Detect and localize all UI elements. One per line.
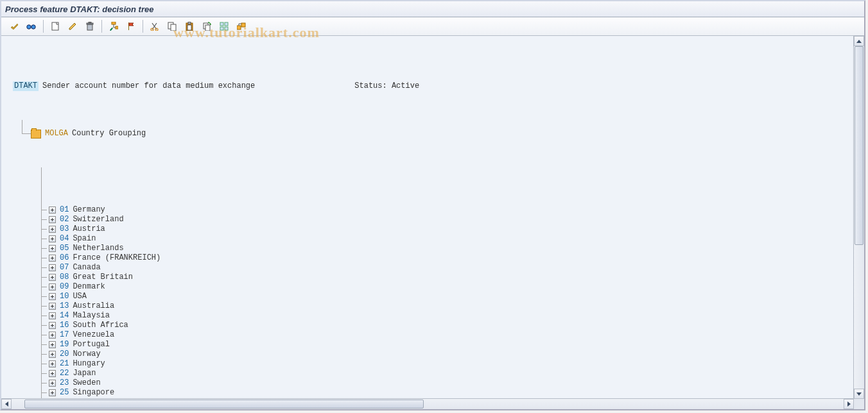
- country-row[interactable]: 07Canada: [49, 263, 853, 273]
- molga-row[interactable]: MOLGA Country Grouping: [31, 129, 853, 139]
- expand-icon[interactable]: [49, 206, 56, 214]
- expand-icon[interactable]: [49, 226, 56, 233]
- help-icon[interactable]: [234, 19, 249, 34]
- country-code: 17: [60, 330, 69, 340]
- check-icon[interactable]: [6, 19, 22, 34]
- scroll-track-vertical[interactable]: [854, 46, 864, 389]
- country-label: Sweden: [73, 378, 100, 388]
- expand-icon[interactable]: [49, 351, 56, 358]
- country-row[interactable]: 01Germany: [49, 205, 853, 215]
- country-row[interactable]: 20Norway: [49, 350, 853, 359]
- scrollbar-corner: [853, 398, 864, 409]
- country-row[interactable]: 16South Africa: [49, 321, 853, 330]
- country-row[interactable]: 02Switzerland: [49, 215, 853, 224]
- country-row[interactable]: 09Denmark: [49, 282, 853, 292]
- expand-icon[interactable]: [49, 370, 56, 377]
- svg-rect-5: [89, 22, 91, 24]
- country-row[interactable]: 10USA: [49, 292, 853, 301]
- expand-icon[interactable]: [49, 303, 56, 310]
- expand-icon[interactable]: [49, 274, 56, 281]
- move-node-icon[interactable]: [106, 19, 121, 34]
- country-row[interactable]: 05Netherlands: [49, 244, 853, 253]
- country-label: Norway: [73, 350, 100, 359]
- grid-icon[interactable]: [216, 19, 232, 34]
- decision-tree: DTAKT Sender account number for data med…: [1, 36, 864, 409]
- scroll-thumb-horizontal[interactable]: [24, 400, 424, 409]
- svg-rect-20: [220, 27, 223, 30]
- main-content: DTAKT Sender account number for data med…: [1, 36, 864, 409]
- country-label: Netherlands: [73, 244, 123, 253]
- cut-icon[interactable]: [147, 19, 162, 34]
- expand-icon[interactable]: [49, 380, 56, 387]
- country-label: Singapore: [73, 388, 114, 398]
- expand-icon[interactable]: [49, 293, 56, 300]
- toolbar-separator: [43, 20, 44, 33]
- country-label: Germany: [73, 205, 105, 215]
- country-code: 10: [60, 292, 69, 301]
- flag-icon[interactable]: [123, 19, 139, 34]
- country-code: 06: [60, 253, 69, 263]
- country-label: Great Britain: [73, 273, 133, 282]
- scroll-right-button[interactable]: [844, 399, 854, 409]
- expand-icon[interactable]: [49, 312, 56, 319]
- scroll-thumb-vertical[interactable]: [855, 46, 864, 245]
- country-label: Switzerland: [73, 215, 123, 224]
- vertical-scrollbar[interactable]: [853, 36, 864, 399]
- country-row[interactable]: 14Malaysia: [49, 311, 853, 321]
- country-row[interactable]: 25Singapore: [49, 388, 853, 398]
- horizontal-scrollbar[interactable]: [1, 398, 854, 409]
- country-row[interactable]: 04Spain: [49, 234, 853, 244]
- country-code: 08: [60, 273, 69, 282]
- expand-icon[interactable]: [49, 322, 56, 329]
- status-text: Status: Active: [354, 81, 419, 91]
- tree-root-row[interactable]: DTAKT Sender account number for data med…: [13, 81, 853, 91]
- country-row[interactable]: 13Australia: [49, 301, 853, 311]
- svg-rect-17: [205, 25, 210, 31]
- country-row[interactable]: 06France (FRANKREICH): [49, 253, 853, 263]
- refresh-icon[interactable]: [199, 19, 214, 34]
- svg-rect-3: [87, 24, 92, 30]
- scroll-track-horizontal[interactable]: [12, 399, 844, 409]
- scroll-down-button[interactable]: [854, 389, 864, 399]
- paste-icon[interactable]: [182, 19, 197, 34]
- molga-desc: Country Grouping: [72, 129, 146, 139]
- app-window: Process feature DTAKT: decision tree: [0, 0, 865, 410]
- expand-icon[interactable]: [49, 216, 56, 223]
- scroll-left-button[interactable]: [1, 399, 12, 409]
- expand-icon[interactable]: [49, 332, 56, 339]
- glasses-icon[interactable]: [24, 19, 39, 34]
- country-row[interactable]: 03Austria: [49, 224, 853, 234]
- expand-icon[interactable]: [49, 360, 56, 367]
- scroll-up-button[interactable]: [854, 36, 864, 46]
- expand-icon[interactable]: [49, 235, 56, 242]
- country-row[interactable]: 19Portugal: [49, 340, 853, 350]
- country-code: 13: [60, 301, 69, 311]
- country-row[interactable]: 23Sweden: [49, 378, 853, 388]
- country-row[interactable]: 17Venezuela: [49, 330, 853, 340]
- svg-rect-18: [220, 22, 223, 26]
- root-desc: Sender account number for data medium ex…: [42, 81, 255, 91]
- expand-icon[interactable]: [49, 245, 56, 252]
- expand-icon[interactable]: [49, 389, 56, 396]
- expand-icon[interactable]: [49, 341, 56, 348]
- svg-rect-21: [225, 27, 228, 30]
- trash-icon[interactable]: [82, 19, 98, 34]
- expand-icon[interactable]: [49, 283, 56, 291]
- country-row[interactable]: 22Japan: [49, 369, 853, 378]
- country-code: 05: [60, 244, 69, 253]
- country-code: 21: [60, 359, 69, 369]
- expand-icon[interactable]: [49, 264, 56, 271]
- country-code: 16: [60, 321, 69, 330]
- country-label: Japan: [73, 369, 96, 378]
- copy-icon[interactable]: [164, 19, 180, 34]
- country-row[interactable]: 21Hungary: [49, 359, 853, 369]
- country-label: Australia: [73, 301, 114, 311]
- country-label: Venezuela: [73, 330, 114, 340]
- country-row[interactable]: 08Great Britain: [49, 273, 853, 282]
- expand-icon[interactable]: [49, 255, 56, 262]
- svg-rect-22: [237, 26, 241, 30]
- svg-point-0: [27, 25, 31, 29]
- svg-rect-15: [187, 25, 191, 30]
- new-icon[interactable]: [48, 19, 63, 34]
- pencil-icon[interactable]: [65, 19, 80, 34]
